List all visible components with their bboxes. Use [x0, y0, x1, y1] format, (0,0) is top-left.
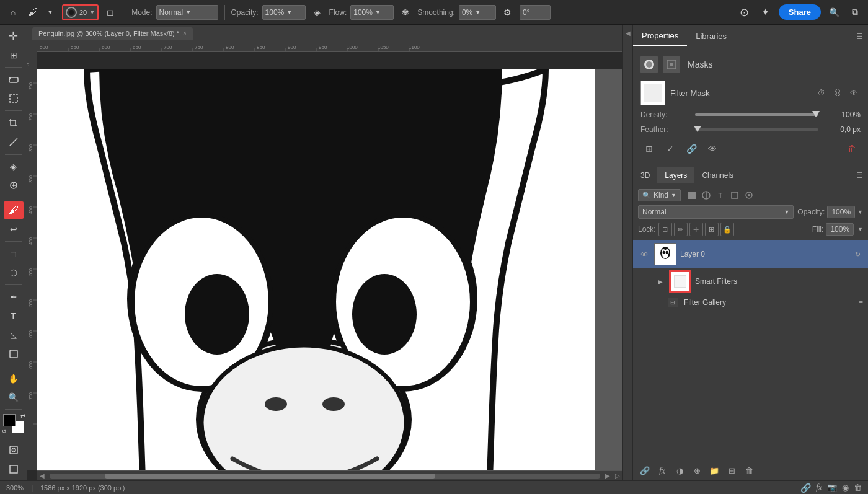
density-slider[interactable]	[695, 113, 818, 116]
tab-3d[interactable]: 3D	[633, 167, 657, 183]
artboard-tool-btn[interactable]: ⊞	[4, 46, 24, 64]
opacity-control[interactable]: 100% ▼	[262, 5, 306, 20]
mode-dropdown[interactable]: Normal ▼	[156, 5, 218, 20]
opacity-value-layers[interactable]: 100%	[827, 206, 855, 218]
reset-colors-icon[interactable]: ↺	[2, 428, 7, 434]
apply-mask-icon[interactable]: ✓	[662, 140, 679, 157]
new-layer-icon[interactable]: ⊞	[725, 464, 738, 478]
kind-shape-icon[interactable]	[728, 189, 741, 201]
document-tab[interactable]: Penguin.jpg @ 300% (Layer 0, Filter Mask…	[32, 27, 193, 40]
airbrush-icon[interactable]: ◈	[309, 4, 326, 20]
fill-value-control[interactable]: 100%	[826, 223, 854, 236]
foreground-color-swatch[interactable]	[3, 414, 16, 426]
status-trash-icon[interactable]: 🗑	[854, 483, 862, 492]
eraser-tool-left-btn[interactable]: ◻	[4, 245, 24, 263]
filter-mask-thumbnail[interactable]	[640, 81, 665, 105]
mask-vector-icon[interactable]	[663, 56, 680, 73]
brush-size-dropdown-icon[interactable]: ▼	[89, 9, 95, 15]
flow-icon[interactable]: ✾	[397, 4, 414, 20]
filter-mask-time-icon[interactable]: ⏱	[815, 86, 828, 100]
view-mask-icon[interactable]: 👁	[704, 140, 721, 157]
brush-mode-dropdown[interactable]: ▼	[42, 4, 58, 20]
measure-tool-btn[interactable]	[4, 133, 24, 151]
tab-libraries[interactable]: Libraries	[687, 27, 735, 46]
target-icon[interactable]: ⊙	[737, 4, 753, 20]
kind-smartobject-icon[interactable]	[743, 189, 755, 201]
eraser-tool-btn[interactable]: ◻	[102, 4, 118, 20]
kind-select-dropdown[interactable]: 🔍 Kind ▼	[638, 189, 681, 201]
tab-close[interactable]: ×	[183, 30, 187, 37]
fill-tool-btn[interactable]: ⬡	[4, 263, 24, 281]
healing-tool-btn[interactable]	[4, 177, 24, 195]
smart-filters-row[interactable]: ▶ Smart Filters	[633, 268, 868, 295]
horizontal-scrollbar[interactable]: ◀ ▶ ▷	[37, 470, 622, 480]
layer-0-row[interactable]: 👁 Layer	[633, 240, 868, 268]
group-layers-icon[interactable]: 📁	[707, 464, 721, 478]
delete-mask-icon[interactable]: 🗑	[843, 140, 861, 157]
star-icon[interactable]: ✦	[758, 4, 774, 20]
lock-move-icon[interactable]: ✛	[689, 223, 703, 236]
filter-gallery-row[interactable]: ⊟ Filter Gallery ≡	[633, 295, 868, 310]
switch-colors-icon[interactable]: ⇄	[20, 413, 25, 420]
zoom-level[interactable]: 300%	[6, 484, 24, 492]
brush-tool-btn[interactable]: 🖌	[25, 4, 41, 20]
smoothing-control[interactable]: 0% ▼	[459, 5, 496, 20]
brush-size-selector[interactable]: 20 ▼	[62, 4, 99, 20]
kind-adjustment-icon[interactable]	[700, 189, 712, 201]
filter-gallery-right-icon[interactable]: ≡	[859, 299, 863, 306]
new-adjustment-layer-icon[interactable]: ⊕	[690, 464, 704, 478]
blend-mode-dropdown[interactable]: Normal ▼	[638, 205, 794, 219]
search-icon[interactable]: 🔍	[826, 4, 842, 20]
new-fill-layer-icon[interactable]: ◑	[673, 464, 686, 478]
scroll-thumb-h[interactable]	[105, 474, 435, 479]
status-mask-icon[interactable]: ◉	[842, 483, 849, 492]
crop-tool-btn[interactable]	[4, 114, 24, 132]
select-tool-btn[interactable]	[4, 90, 24, 108]
move-tool-btn[interactable]: ✛	[4, 27, 24, 45]
canvas-viewport[interactable]	[37, 69, 622, 470]
kind-pixel-icon[interactable]	[686, 189, 698, 201]
pen-tool-btn[interactable]: ✒	[4, 288, 24, 306]
status-fx-icon[interactable]: fx	[816, 483, 822, 493]
feather-slider[interactable]	[695, 128, 818, 131]
refine-mask-icon[interactable]: ⊞	[640, 140, 658, 157]
layers-panel-menu[interactable]: ☰	[851, 171, 868, 180]
shape-tool-btn[interactable]	[4, 345, 24, 363]
fx-icon[interactable]: fx	[655, 464, 669, 478]
panel-menu-icon[interactable]: ☰	[851, 32, 868, 41]
smart-filter-thumbnail[interactable]	[669, 270, 691, 293]
layer-0-refresh-icon[interactable]: ↻	[852, 249, 863, 260]
canvas-document[interactable]	[37, 69, 595, 470]
link-layers-icon[interactable]: 🔗	[638, 464, 652, 478]
kind-type-icon[interactable]: T	[714, 189, 727, 201]
zoom-tool-btn[interactable]: 🔍	[4, 389, 24, 407]
tab-layers[interactable]: Layers	[657, 167, 694, 183]
flow-control[interactable]: 100% ▼	[350, 5, 394, 20]
share-button[interactable]: Share	[779, 4, 821, 20]
layer-0-thumbnail[interactable]	[654, 243, 676, 265]
status-camera-icon[interactable]: 📷	[827, 483, 837, 492]
eyedropper-tool-btn[interactable]: ◈	[4, 157, 24, 175]
opacity-chevron[interactable]: ▼	[857, 209, 863, 215]
lock-drawing-icon[interactable]: ✏	[674, 223, 688, 236]
scroll-track-h[interactable]	[50, 474, 600, 479]
brush-tool-left-btn[interactable]: 🖌	[4, 201, 24, 219]
lock-pixels-icon[interactable]: ⊡	[658, 223, 672, 236]
hand-tool-btn[interactable]: ✋	[4, 369, 24, 387]
expand-canvas-btn[interactable]: ▷	[613, 471, 622, 481]
smart-filters-expand-icon[interactable]: ▶	[658, 278, 663, 285]
angle-control[interactable]: 0°	[520, 5, 551, 20]
delete-layer-icon[interactable]: 🗑	[742, 464, 756, 478]
fill-chevron[interactable]: ▼	[857, 226, 863, 232]
filter-mask-eye-icon[interactable]: 👁	[847, 86, 861, 100]
tab-properties[interactable]: Properties	[633, 26, 687, 46]
panel-collapse-btn[interactable]: ◀	[626, 30, 631, 37]
filter-mask-link-icon[interactable]: ⛓	[831, 86, 844, 100]
scroll-right-btn[interactable]: ▶	[603, 471, 613, 481]
mask-pixel-icon[interactable]	[640, 56, 658, 73]
link-mask-icon[interactable]: 🔗	[683, 140, 700, 157]
lasso-tool-btn[interactable]	[4, 71, 24, 89]
lock-all-icon[interactable]: 🔒	[720, 223, 734, 236]
status-link-icon[interactable]: 🔗	[800, 483, 811, 493]
screen-mode-btn[interactable]	[4, 460, 24, 478]
